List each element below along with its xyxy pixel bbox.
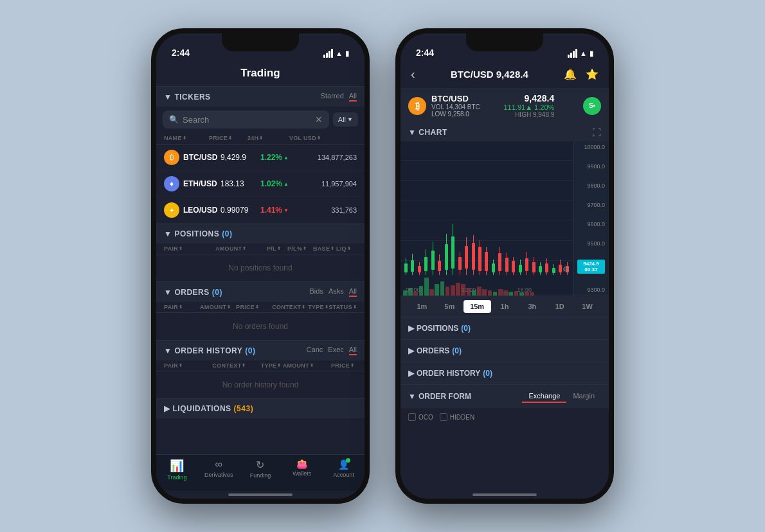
- candlestick-chart: 06:00 12:00 16:00 10000.0 9900.0 9800.0 …: [401, 141, 609, 296]
- left-page-header: Trading: [156, 62, 364, 86]
- th-pos-base: BASE⬍: [313, 245, 336, 252]
- th-oh-amount: AMOUNT⬍: [283, 362, 331, 369]
- candle-23: [551, 264, 557, 275]
- account-dot: [346, 458, 350, 463]
- th-name[interactable]: NAME ⬍: [164, 135, 209, 141]
- tickers-all[interactable]: All: [349, 92, 357, 102]
- right-oh-title: ▶ ORDER HISTORY (0): [408, 369, 601, 378]
- search-clear-icon[interactable]: ✕: [315, 114, 323, 125]
- search-placeholder: Search: [183, 115, 209, 125]
- nav-trading[interactable]: 📊 Trading: [156, 459, 198, 481]
- orders-bids[interactable]: Bids: [310, 287, 323, 297]
- right-positions-title: ▶ POSITIONS (0): [408, 324, 601, 333]
- user-avatar[interactable]: S•: [583, 97, 601, 115]
- tf-1d[interactable]: 1D: [546, 300, 573, 313]
- search-box[interactable]: 🔍 Search ✕: [163, 111, 329, 129]
- oh-exec[interactable]: Exec: [328, 346, 343, 355]
- orders-asks[interactable]: Asks: [328, 287, 344, 297]
- bell-icon[interactable]: 🔔: [564, 68, 577, 80]
- orders-title: ▼ ORDERS (0): [164, 288, 222, 297]
- positions-title: ▼ POSITIONS (0): [164, 229, 232, 238]
- hidden-checkbox[interactable]: [440, 413, 447, 421]
- tf-1w[interactable]: 1W: [573, 300, 601, 313]
- candle-21: [537, 262, 543, 275]
- eth-pair: ETH/USD: [183, 179, 221, 188]
- orders-actions: Bids Asks All: [310, 287, 357, 297]
- phones-container: 2:44 ▲ ▮ Trading: [151, 28, 614, 504]
- th-vol[interactable]: VOL USD ⬍: [289, 135, 357, 141]
- ticker-vol-row: VOL 14,304 BTC: [431, 103, 480, 111]
- leo-icon: ✦: [164, 202, 179, 218]
- candle-8: [450, 224, 456, 275]
- eth-icon: ♦: [164, 176, 179, 191]
- candle-14: [491, 260, 496, 275]
- orders-all[interactable]: All: [349, 287, 357, 297]
- filter-button[interactable]: All ▼: [333, 112, 358, 127]
- order-form-title: ▼ ORDER FORM: [408, 392, 471, 401]
- right-status-time: 2:44: [416, 48, 434, 58]
- nav-wallets[interactable]: 👛 Wallets: [281, 459, 323, 481]
- ticker-row-leo[interactable]: ✦ LEO/USD 0.99079 1.41%▼ 331,763: [156, 197, 364, 224]
- th-price[interactable]: PRICE ⬍: [209, 135, 248, 141]
- candles-container: [401, 146, 573, 275]
- bottom-nav: 📊 Trading ∞ Derivatives ↻ Funding 👛 Wall…: [156, 454, 364, 491]
- back-button[interactable]: ‹: [411, 67, 415, 82]
- chart-expand-button[interactable]: ⛶: [592, 127, 601, 137]
- th-24h[interactable]: 24H ⬍: [248, 135, 289, 141]
- nav-trading-label: Trading: [167, 474, 186, 481]
- tf-1h[interactable]: 1h: [491, 300, 519, 313]
- candle-2: [410, 254, 415, 275]
- oh-all[interactable]: All: [349, 346, 357, 355]
- right-home-indicator: [473, 493, 537, 496]
- right-scrollable[interactable]: ₿ BTC/USD VOL 14,304 BTC LOW 9,258.0: [401, 88, 609, 491]
- th-oh-pair: PAIR⬍: [164, 362, 212, 369]
- sort-price-icon: ⬍: [228, 136, 232, 141]
- right-orders-section[interactable]: ▶ ORDERS (0): [401, 339, 609, 362]
- liquidations-section-header[interactable]: ▶ LIQUIDATIONS (543): [156, 398, 364, 418]
- hidden-checkbox-item[interactable]: HIDDEN: [440, 413, 474, 421]
- search-icon: 🔍: [169, 115, 179, 124]
- current-price-wrapper: 9424.9 00:37: [577, 260, 605, 274]
- derivatives-icon: ∞: [215, 459, 222, 470]
- nav-funding[interactable]: ↻ Funding: [240, 459, 282, 481]
- sort-24h-icon: ⬍: [259, 136, 263, 141]
- right-positions-section[interactable]: ▶ POSITIONS (0): [401, 317, 609, 339]
- positions-table-header: PAIR⬍ AMOUNT⬍ P/L⬍ P/L%⬍ BASE⬍ LIQ⬍: [156, 244, 364, 254]
- oco-checkbox[interactable]: [408, 413, 416, 421]
- tickers-starred[interactable]: Starred: [321, 92, 344, 102]
- leo-pair: LEO/USD: [183, 206, 221, 215]
- current-price-marker: 9424.9 00:37: [577, 260, 605, 274]
- nav-derivatives[interactable]: ∞ Derivatives: [198, 459, 240, 481]
- chart-settings-button[interactable]: ⚙: [559, 262, 573, 276]
- right-oh-chevron: ▶: [408, 369, 414, 378]
- right-orders-chevron: ▶: [408, 346, 414, 355]
- ticker-pair-label: BTC/USD: [431, 94, 480, 103]
- ticker-main-price: 9,428.4: [503, 93, 554, 103]
- tf-1m[interactable]: 1m: [408, 300, 436, 313]
- tf-3h[interactable]: 3h: [518, 300, 546, 313]
- tf-15m[interactable]: 15m: [464, 300, 491, 313]
- tab-exchange[interactable]: Exchange: [522, 390, 566, 403]
- oh-canc[interactable]: Canc: [307, 346, 323, 355]
- tickers-title: ▼ TICKERS: [164, 93, 211, 102]
- btc-pair: BTC/USD: [183, 153, 221, 162]
- ticker-row-btc[interactable]: ₿ BTC/USD 9,429.9 1.22%▲ 134,877,263: [156, 145, 364, 171]
- y-label-6: 9500.0: [577, 240, 605, 247]
- tab-margin[interactable]: Margin: [566, 390, 601, 403]
- chart-chevron-icon: ▼: [408, 128, 416, 137]
- tf-5m[interactable]: 5m: [436, 300, 464, 313]
- star-icon[interactable]: ⭐: [586, 68, 598, 80]
- order-history-section-header: ▼ ORDER HISTORY (0) Canc Exec All: [156, 340, 364, 360]
- ticker-change: 111.91▲ 1.20%: [503, 103, 554, 111]
- liquidations-chevron: ▶: [164, 404, 170, 413]
- candle-16: [504, 253, 510, 275]
- candle-13: [483, 247, 489, 275]
- left-scrollable[interactable]: ▼ TICKERS Starred All 🔍 Search ✕: [156, 86, 364, 454]
- ticker-row-eth[interactable]: ♦ ETH/USD 183.13 1.02%▲ 11,957,904: [156, 171, 364, 197]
- ticker-info-right: 9,428.4 111.91▲ 1.20% HIGH 9,948.9: [503, 93, 554, 118]
- right-battery-icon: ▮: [590, 49, 593, 58]
- nav-account[interactable]: 👤 Account: [323, 459, 364, 481]
- oco-checkbox-item[interactable]: OCO: [408, 413, 433, 421]
- candle-10: [464, 237, 469, 275]
- right-oh-section[interactable]: ▶ ORDER HISTORY (0): [401, 362, 609, 384]
